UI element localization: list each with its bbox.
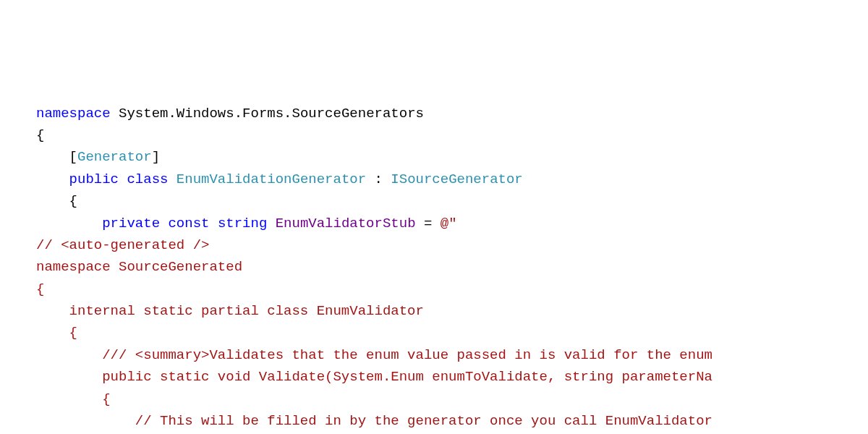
keyword-namespace: namespace bbox=[36, 106, 111, 122]
code-line: { bbox=[36, 190, 868, 212]
dot: . bbox=[284, 106, 292, 122]
string-start: @" bbox=[441, 216, 457, 231]
equals: = bbox=[416, 216, 441, 231]
code-line: { bbox=[36, 124, 868, 146]
string-content: { bbox=[36, 388, 868, 410]
dot: . bbox=[168, 106, 176, 122]
keyword-public: public bbox=[69, 171, 119, 187]
attr-bracket-open: [ bbox=[69, 149, 77, 165]
dot: . bbox=[234, 106, 242, 122]
string-content: { bbox=[36, 278, 868, 300]
attr-bracket-close: ] bbox=[152, 149, 160, 165]
keyword-const: const bbox=[168, 216, 209, 231]
keyword-private: private bbox=[102, 216, 160, 231]
string-content: public static void Validate(System.Enum … bbox=[36, 366, 868, 388]
string-content: // This will be filled in by the generat… bbox=[36, 410, 868, 432]
string-content: // <auto-generated /> bbox=[36, 234, 868, 256]
class-name: EnumValidationGenerator bbox=[176, 171, 366, 187]
colon: : bbox=[366, 171, 391, 187]
code-line: [Generator] bbox=[36, 146, 868, 168]
string-content: { bbox=[36, 322, 868, 344]
code-line: private const string EnumValidatorStub =… bbox=[36, 213, 868, 234]
string-content: internal static partial class EnumValida… bbox=[36, 300, 868, 322]
string-content: namespace SourceGenerated bbox=[36, 256, 868, 278]
brace-open: { bbox=[36, 127, 44, 143]
attribute-name: Generator bbox=[77, 149, 152, 165]
namespace-part: Windows bbox=[176, 106, 234, 122]
code-line: public class EnumValidationGenerator : I… bbox=[36, 169, 868, 190]
namespace-part: Forms bbox=[242, 106, 284, 122]
keyword-class: class bbox=[127, 171, 168, 187]
keyword-string: string bbox=[218, 216, 267, 231]
brace-open: { bbox=[69, 193, 77, 209]
code-line: namespace System.Windows.Forms.SourceGen… bbox=[36, 103, 868, 124]
interface-name: ISourceGenerator bbox=[391, 171, 522, 187]
namespace-part: System bbox=[119, 106, 168, 122]
code-editor[interactable]: namespace System.Windows.Forms.SourceGen… bbox=[0, 88, 868, 434]
namespace-part: SourceGenerators bbox=[292, 106, 424, 122]
field-name: EnumValidatorStub bbox=[276, 216, 416, 231]
string-content: /// <summary>Validates that the enum val… bbox=[36, 344, 868, 366]
